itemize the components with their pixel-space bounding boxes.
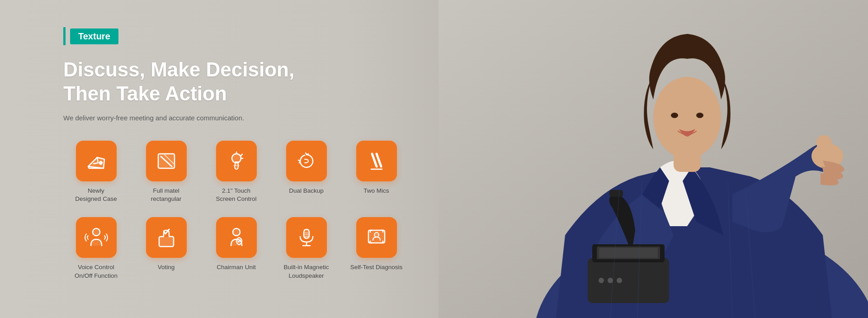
svg-point-12 [599,278,604,283]
icon-label-case: NewlyDesigned Case [75,187,117,204]
feature-touch-screen: 2.1" TouchScreen Control [203,141,269,204]
svg-rect-10 [599,248,658,258]
svg-point-13 [608,278,613,283]
icon-label-voice: Voice ControlOn/Off Function [75,263,118,280]
icon-label-chairman: Chairman Unit [217,263,255,272]
icon-box-chairman [216,217,257,258]
content-area: Texture Discuss, Make Decision, Then Tak… [0,0,443,318]
icon-box-matel [146,141,187,181]
icon-box-backup [286,141,327,181]
svg-point-14 [617,278,622,283]
feature-full-matel: Full matelrectangular [133,141,199,204]
icon-box-voice [76,217,117,258]
feature-self-test: Self-Test Diagnosis [344,217,409,280]
sub-text: We deliver worry-free meeting and accura… [63,114,443,122]
icon-label-mics: Two Mics [363,187,389,195]
feature-chairman-unit: Chairman Unit [203,217,269,280]
svg-rect-33 [159,237,174,247]
svg-point-20 [99,161,102,164]
icon-label-backup: Dual Backup [289,187,324,195]
svg-line-30 [377,154,381,166]
texture-badge: Texture [63,27,118,45]
svg-point-32 [93,228,100,236]
features-grid: NewlyDesigned Case Full matelrectangular [63,141,443,281]
feature-voice-control: Voice ControlOn/Off Function [63,217,129,280]
icon-label-selftest: Self-Test Diagnosis [350,263,403,272]
texture-bar-accent [63,27,66,45]
person-image-area [439,0,868,318]
svg-rect-11 [609,190,623,197]
svg-point-4 [671,113,678,118]
feature-voting: Voting [133,217,199,280]
feature-newly-designed-case: NewlyDesigned Case [63,141,129,204]
svg-point-5 [696,113,703,118]
main-heading: Discuss, Make Decision, Then Take Action [63,58,443,106]
icon-box-mics [356,141,397,181]
svg-point-43 [374,233,379,237]
feature-two-mics: Two Mics [344,141,409,204]
svg-line-26 [241,154,242,156]
icon-box-case [76,141,117,181]
icon-box-touch [216,141,257,181]
icon-box-voting [146,217,187,258]
icon-label-touch: 2.1" TouchScreen Control [216,187,256,204]
feature-dual-backup: Dual Backup [274,141,339,204]
texture-label: Texture [70,28,118,44]
svg-point-3 [653,77,721,158]
icon-label-loudspeaker: Built-in MagneticLoudspeaker [284,263,329,280]
icon-box-selftest [356,217,397,258]
svg-point-35 [233,228,240,236]
svg-line-29 [372,154,377,166]
svg-rect-36 [304,229,309,238]
feature-loudspeaker: Built-in MagneticLoudspeaker [274,217,339,280]
icon-label-voting: Voting [158,263,175,272]
icon-label-matel: Full matelrectangular [151,187,182,204]
icon-box-loudspeaker [286,217,327,258]
